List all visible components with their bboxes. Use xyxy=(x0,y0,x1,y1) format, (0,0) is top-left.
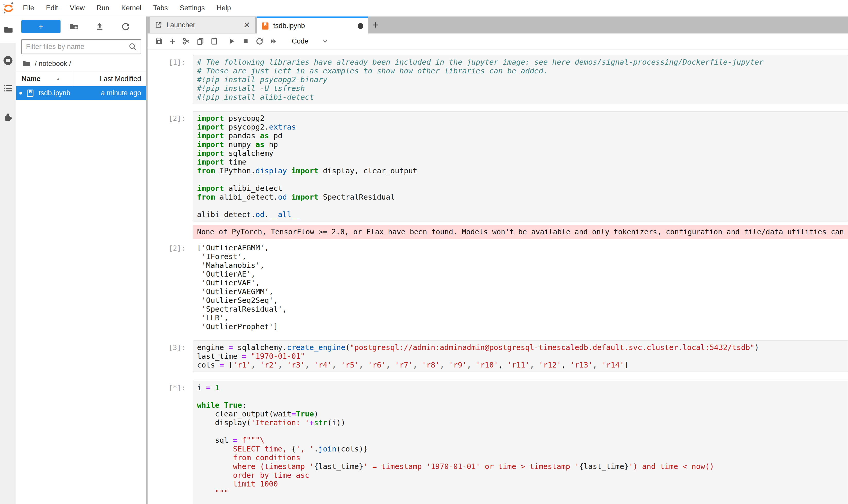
notebook-toolbar: Code xyxy=(147,34,848,50)
file-list-header: Name ▲ Last Modified xyxy=(16,72,146,86)
menu-item-file[interactable]: File xyxy=(17,0,40,16)
cell-type-dropdown[interactable]: Code xyxy=(292,37,308,45)
new-launcher-button[interactable]: + xyxy=(21,20,60,33)
extensions-icon[interactable] xyxy=(0,110,16,124)
fast-forward-icon[interactable] xyxy=(267,34,281,48)
menu-item-view[interactable]: View xyxy=(64,0,91,16)
file-row[interactable]: tsdb.ipynba minute ago xyxy=(16,86,146,100)
menu-item-run[interactable]: Run xyxy=(91,0,115,16)
new-folder-icon[interactable] xyxy=(60,22,87,32)
running-kernels-icon[interactable] xyxy=(0,53,16,68)
activity-bar xyxy=(0,17,16,504)
column-header-name[interactable]: Name ▲ xyxy=(16,72,72,86)
code-editor[interactable]: # The following libraries have already b… xyxy=(193,55,848,104)
code-cell: [1]:# The following libraries have alrea… xyxy=(147,55,848,104)
add-cell-icon[interactable] xyxy=(166,34,180,48)
refresh-icon[interactable] xyxy=(112,22,139,31)
file-filter xyxy=(21,39,141,54)
execution-prompt: [3]: xyxy=(147,340,193,372)
execution-prompt: [1]: xyxy=(147,55,193,104)
paste-icon[interactable] xyxy=(207,34,221,48)
tab-label: Launcher xyxy=(166,21,196,29)
menu-bar: FileEditViewRunKernelTabsSettingsHelp xyxy=(0,0,848,16)
launcher-icon xyxy=(155,21,162,29)
tab-label: tsdb.ipynb xyxy=(273,22,305,30)
sort-ascending-icon: ▲ xyxy=(56,76,60,82)
file-browser-icon[interactable] xyxy=(0,22,16,37)
code-cell: [3]:engine = sqlalchemy.create_engine("p… xyxy=(147,340,848,372)
cut-icon[interactable] xyxy=(180,34,193,48)
execution-prompt: [2]: xyxy=(147,111,193,221)
unsaved-dot-icon xyxy=(19,92,22,94)
menu-item-kernel[interactable]: Kernel xyxy=(115,0,147,16)
code-editor[interactable]: engine = sqlalchemy.create_engine("postg… xyxy=(193,340,848,372)
tab-bar: Launcher✕tsdb.ipynb xyxy=(147,17,848,34)
restart-kernel-icon[interactable] xyxy=(253,34,267,48)
execution-prompt: [*]: xyxy=(147,381,193,504)
notebook-icon xyxy=(261,22,269,30)
output-text: ['OutlierAEGMM', 'IForest', 'Mahalanobis… xyxy=(193,241,848,333)
menu-item-settings[interactable]: Settings xyxy=(174,0,211,16)
stop-icon[interactable] xyxy=(239,34,253,48)
search-icon xyxy=(128,42,138,52)
jupyter-logo-icon xyxy=(0,2,17,14)
save-icon[interactable] xyxy=(152,34,166,48)
code-editor[interactable]: import psycopg2 import psycopg2.extras i… xyxy=(193,111,848,221)
tab-tsdb-ipynb[interactable]: tsdb.ipynb xyxy=(257,17,368,34)
close-icon[interactable]: ✕ xyxy=(243,21,250,29)
notebook-file-icon xyxy=(26,89,35,97)
file-browser-panel: + / notebook / Name xyxy=(16,17,146,504)
breadcrumb-path: / notebook / xyxy=(35,60,71,68)
output-prompt: [2]: xyxy=(147,241,193,333)
column-header-modified[interactable]: Last Modified xyxy=(72,72,146,86)
code-cell: [*]:i = 1 while True: clear_output(wait=… xyxy=(147,381,848,504)
chevron-down-icon[interactable] xyxy=(322,38,329,44)
home-folder-icon[interactable] xyxy=(22,59,31,68)
menu-item-edit[interactable]: Edit xyxy=(40,0,64,16)
breadcrumb[interactable]: / notebook / xyxy=(16,56,146,72)
file-name: tsdb.ipynb xyxy=(39,89,70,97)
stderr-warning: None of PyTorch, TensorFlow >= 2.0, or F… xyxy=(193,225,848,239)
unsaved-changes-icon xyxy=(358,23,363,29)
code-editor[interactable]: i = 1 while True: clear_output(wait=True… xyxy=(193,381,848,504)
file-modified: a minute ago xyxy=(101,89,141,97)
menu-item-tabs[interactable]: Tabs xyxy=(147,0,174,16)
notebook-content: [1]:# The following libraries have alrea… xyxy=(147,50,848,504)
upload-icon[interactable] xyxy=(87,22,112,31)
file-filter-input[interactable] xyxy=(21,39,141,54)
run-icon[interactable] xyxy=(225,34,239,48)
tab-launcher[interactable]: Launcher✕ xyxy=(150,17,255,34)
new-tab-button[interactable] xyxy=(368,17,383,34)
table-of-contents-icon[interactable] xyxy=(0,81,16,95)
copy-icon[interactable] xyxy=(193,34,207,48)
output-area: [2]:['OutlierAEGMM', 'IForest', 'Mahalan… xyxy=(147,241,848,333)
main-area: Launcher✕tsdb.ipynb xyxy=(146,17,848,504)
menu-item-help[interactable]: Help xyxy=(211,0,237,16)
code-cell: [2]:import psycopg2 import psycopg2.extr… xyxy=(147,111,848,221)
